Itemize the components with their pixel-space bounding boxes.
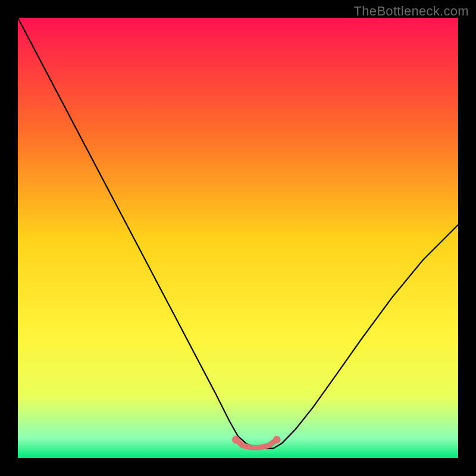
- watermark-label: TheBottleneck.com: [354, 4, 469, 19]
- chart-canvas: [18, 18, 458, 458]
- chart-frame: TheBottleneck.com: [0, 0, 476, 476]
- plot-area: [18, 18, 458, 458]
- optimal-band-endpoint: [232, 436, 240, 443]
- gradient-background: [18, 18, 458, 458]
- optimal-band-endpoint: [273, 436, 281, 443]
